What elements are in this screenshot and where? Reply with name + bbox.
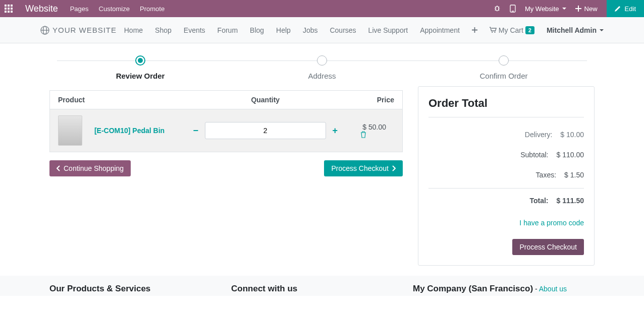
svg-rect-0 <box>5 5 7 7</box>
site-logo[interactable]: YOUR WEBSITE <box>40 26 117 35</box>
continue-shopping-label: Continue Shopping <box>64 164 124 172</box>
site-logo-text: YOUR WEBSITE <box>52 26 117 34</box>
svg-point-14 <box>492 32 493 33</box>
remove-line-button[interactable] <box>360 131 394 138</box>
svg-rect-1 <box>8 5 10 7</box>
nav-appointment[interactable]: Appointment <box>420 26 460 34</box>
continue-shopping-button[interactable]: Continue Shopping <box>49 160 131 176</box>
step-indicator-icon <box>135 55 145 66</box>
caret-down-icon <box>562 8 566 10</box>
nav-forum[interactable]: Forum <box>218 26 238 34</box>
step-indicator-icon <box>499 55 509 66</box>
svg-rect-7 <box>8 11 10 13</box>
step-review-order[interactable]: Review Order <box>49 55 231 80</box>
line-price: $ 50.00 <box>362 123 386 131</box>
user-dropdown[interactable]: Mitchell Admin <box>547 26 604 34</box>
col-price: Price <box>352 91 403 109</box>
site-header: YOUR WEBSITE Home Shop Events Forum Blog… <box>0 17 644 43</box>
debug-icon[interactable] <box>494 0 501 17</box>
total-label: Total: <box>428 197 557 205</box>
svg-point-15 <box>494 32 495 33</box>
checkout-steps: Review Order Address Confirm Order <box>49 55 595 80</box>
footer-col-connect: Connect with us <box>231 284 413 294</box>
row-subtotal: Subtotal: $ 110.00 <box>428 145 584 165</box>
order-total-title: Order Total <box>428 97 584 110</box>
apps-icon[interactable] <box>0 0 17 17</box>
step-confirm-order[interactable]: Confirm Order <box>413 55 595 80</box>
caret-down-icon <box>600 29 604 31</box>
app-title[interactable]: Website <box>17 4 66 14</box>
edit-button[interactable]: Edit <box>607 0 644 17</box>
nav-help[interactable]: Help <box>276 26 291 34</box>
row-delivery: Delivery: $ 10.00 <box>428 125 584 145</box>
new-button[interactable]: New <box>575 5 598 13</box>
site-footer: Our Products & Services Connect with us … <box>0 276 644 296</box>
taxes-label: Taxes: <box>428 171 564 179</box>
step-address[interactable]: Address <box>231 55 413 80</box>
order-total-card: Order Total Delivery: $ 10.00 Subtotal: … <box>418 86 595 266</box>
chevron-right-icon <box>392 165 396 171</box>
nav-live-support[interactable]: Live Support <box>368 26 408 34</box>
qty-input[interactable] <box>205 122 326 139</box>
nav-courses[interactable]: Courses <box>330 26 356 34</box>
svg-rect-3 <box>5 8 7 10</box>
site-dropdown-label: My Website <box>525 5 559 13</box>
edit-button-label: Edit <box>625 5 636 13</box>
top-menu-pages[interactable]: Pages <box>70 5 89 13</box>
delivery-value: $ 10.00 <box>560 131 584 139</box>
footer-col-company: My Company (San Francisco) - About us <box>413 284 595 294</box>
about-us-link[interactable]: About us <box>539 285 567 293</box>
trash-icon <box>360 131 366 138</box>
company-name: My Company (San Francisco) <box>413 284 533 293</box>
step-label: Confirm Order <box>413 72 595 80</box>
nav-jobs[interactable]: Jobs <box>303 26 318 34</box>
step-indicator-icon <box>317 55 327 66</box>
nav-cart[interactable]: My Cart 2 <box>490 26 534 34</box>
process-checkout-button[interactable]: Process Checkout <box>324 160 403 176</box>
product-name-link[interactable]: [E-COM10] Pedal Bin <box>94 127 165 135</box>
cart-icon <box>490 27 497 33</box>
process-checkout-label: Process Checkout <box>331 164 389 172</box>
qty-decrease-button[interactable]: − <box>191 126 201 136</box>
row-taxes: Taxes: $ 1.50 <box>428 165 584 185</box>
globe-icon <box>40 26 49 35</box>
order-items-table: Product Quantity Price [E-COM10] Pedal B… <box>49 90 403 152</box>
delivery-label: Delivery: <box>428 131 560 139</box>
mobile-preview-icon[interactable] <box>510 0 516 17</box>
svg-rect-2 <box>11 5 13 7</box>
nav-add[interactable] <box>472 27 477 33</box>
cart-count-badge: 2 <box>525 26 534 34</box>
footer-col-products: Our Products & Services <box>49 284 231 294</box>
user-name: Mitchell Admin <box>547 26 597 34</box>
nav-events[interactable]: Events <box>184 26 205 34</box>
row-total: Total: $ 111.50 <box>428 188 584 211</box>
card-process-checkout-label: Process Checkout <box>519 243 577 251</box>
new-button-label: New <box>584 5 598 13</box>
col-product: Product <box>50 91 179 109</box>
subtotal-label: Subtotal: <box>428 151 557 159</box>
nav-blog[interactable]: Blog <box>250 26 264 34</box>
top-menu-promote[interactable]: Promote <box>140 5 165 13</box>
taxes-value: $ 1.50 <box>564 171 584 179</box>
svg-rect-6 <box>5 11 7 13</box>
nav-cart-label: My Cart <box>499 26 523 34</box>
subtotal-value: $ 110.00 <box>557 151 584 159</box>
svg-rect-8 <box>11 11 13 13</box>
qty-increase-button[interactable]: + <box>330 126 340 136</box>
svg-rect-4 <box>8 8 10 10</box>
top-menu: Pages Customize Promote <box>70 5 165 13</box>
svg-rect-5 <box>11 8 13 10</box>
nav-shop[interactable]: Shop <box>155 26 172 34</box>
product-image[interactable] <box>58 115 82 146</box>
col-quantity: Quantity <box>179 91 352 109</box>
chevron-left-icon <box>57 165 61 171</box>
promo-code-link[interactable]: I have a promo code <box>519 219 584 227</box>
plus-icon <box>472 27 477 33</box>
top-menu-customize[interactable]: Customize <box>99 5 130 13</box>
step-label: Address <box>231 72 413 80</box>
card-process-checkout-button[interactable]: Process Checkout <box>512 239 584 255</box>
table-row: [E-COM10] Pedal Bin − + $ 50.00 <box>50 109 403 152</box>
app-top-bar: Website Pages Customize Promote My Websi… <box>0 0 644 17</box>
nav-home[interactable]: Home <box>124 26 143 34</box>
site-dropdown[interactable]: My Website <box>525 5 566 13</box>
